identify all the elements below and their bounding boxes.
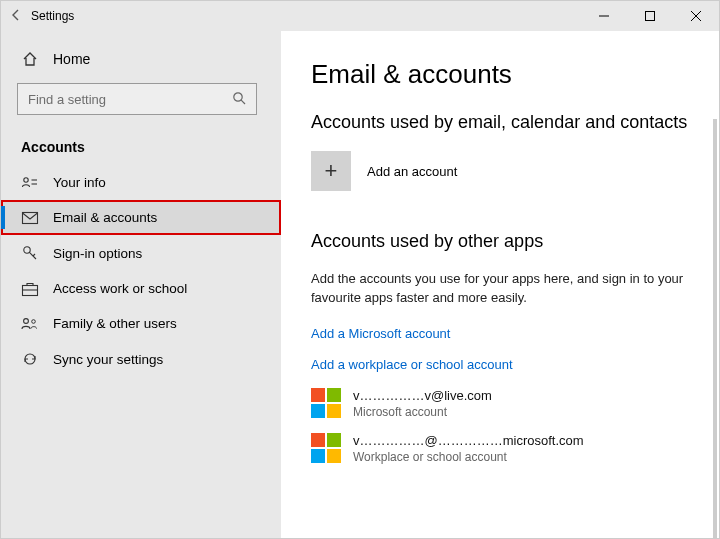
home-icon xyxy=(21,51,39,67)
svg-point-4 xyxy=(234,92,242,100)
window-title: Settings xyxy=(31,9,74,23)
sidebar-item-your-info[interactable]: Your info xyxy=(1,165,281,200)
add-microsoft-account-link[interactable]: Add a Microsoft account xyxy=(311,326,691,341)
svg-line-12 xyxy=(33,254,35,256)
svg-point-16 xyxy=(32,319,36,323)
account-type: Microsoft account xyxy=(353,405,492,419)
sidebar-item-sign-in-options[interactable]: Sign-in options xyxy=(1,235,281,271)
key-icon xyxy=(21,245,39,261)
section-other-apps-desc: Add the accounts you use for your apps h… xyxy=(311,270,691,308)
svg-line-5 xyxy=(241,100,245,104)
section-email-calendar: Accounts used by email, calendar and con… xyxy=(311,112,691,133)
category-heading: Accounts xyxy=(1,121,281,165)
sidebar-item-label: Sign-in options xyxy=(53,246,142,261)
sidebar-item-label: Access work or school xyxy=(53,281,187,296)
account-entry[interactable]: v……………@……………microsoft.com Workplace or s… xyxy=(311,433,691,464)
sidebar-item-email-accounts[interactable]: Email & accounts xyxy=(1,200,281,235)
add-account-button[interactable]: + Add an account xyxy=(311,151,691,191)
account-type: Workplace or school account xyxy=(353,450,584,464)
account-email: v……………@……………microsoft.com xyxy=(353,433,584,448)
back-icon[interactable] xyxy=(9,8,23,25)
scrollbar[interactable] xyxy=(713,119,717,538)
svg-line-11 xyxy=(29,252,36,259)
account-entry[interactable]: v……………v@live.com Microsoft account xyxy=(311,388,691,419)
sidebar-item-label: Sync your settings xyxy=(53,352,163,367)
add-account-label: Add an account xyxy=(367,164,457,179)
maximize-button[interactable] xyxy=(627,1,673,31)
sidebar-item-label: Email & accounts xyxy=(53,210,157,225)
svg-rect-1 xyxy=(646,12,655,21)
svg-point-15 xyxy=(24,318,29,323)
settings-window: Settings Home Find a xyxy=(0,0,720,539)
content-pane: Email & accounts Accounts used by email,… xyxy=(281,31,719,538)
search-icon xyxy=(232,91,246,108)
sidebar-item-label: Your info xyxy=(53,175,106,190)
sidebar-item-label: Family & other users xyxy=(53,316,177,331)
microsoft-logo-icon xyxy=(311,433,341,463)
sidebar-item-family-other-users[interactable]: Family & other users xyxy=(1,306,281,341)
home-link[interactable]: Home xyxy=(1,45,281,73)
section-other-apps: Accounts used by other apps xyxy=(311,231,691,252)
sidebar: Home Find a setting Accounts Your info xyxy=(1,31,281,538)
sync-icon xyxy=(21,351,39,367)
close-button[interactable] xyxy=(673,1,719,31)
sidebar-item-access-work-school[interactable]: Access work or school xyxy=(1,271,281,306)
plus-icon: + xyxy=(311,151,351,191)
mail-icon xyxy=(21,212,39,224)
people-icon xyxy=(21,317,39,331)
search-input[interactable]: Find a setting xyxy=(17,83,257,115)
home-label: Home xyxy=(53,51,90,67)
sidebar-item-sync-settings[interactable]: Sync your settings xyxy=(1,341,281,377)
minimize-button[interactable] xyxy=(581,1,627,31)
account-email: v……………v@live.com xyxy=(353,388,492,403)
add-workplace-account-link[interactable]: Add a workplace or school account xyxy=(311,357,691,372)
person-card-icon xyxy=(21,176,39,190)
titlebar: Settings xyxy=(1,1,719,31)
page-title: Email & accounts xyxy=(311,59,691,90)
briefcase-icon xyxy=(21,282,39,296)
microsoft-logo-icon xyxy=(311,388,341,418)
svg-point-6 xyxy=(24,177,28,181)
search-placeholder: Find a setting xyxy=(28,92,106,107)
